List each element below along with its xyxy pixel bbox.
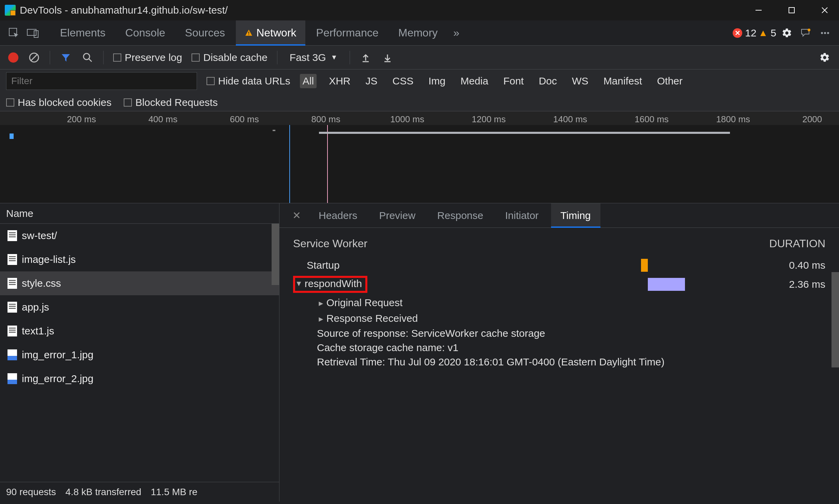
request-name: img_error_1.jpg xyxy=(22,349,93,361)
svg-rect-1 xyxy=(789,7,794,13)
filter-type-js[interactable]: JS xyxy=(363,74,380,88)
detail-tab-initiator[interactable]: Initiator xyxy=(495,203,548,227)
disable-cache-checkbox[interactable]: Disable cache xyxy=(192,52,267,63)
request-row[interactable]: style.css xyxy=(0,271,279,295)
detail-tab-timing[interactable]: Timing xyxy=(551,203,600,227)
filter-type-ws[interactable]: WS xyxy=(569,74,591,88)
inspect-element-icon[interactable] xyxy=(5,25,22,42)
request-row[interactable]: app.js xyxy=(0,295,279,319)
scrollbar[interactable] xyxy=(832,272,839,367)
scrollbar[interactable] xyxy=(272,224,279,285)
info-cache-name: Cache storage cache name: v1 xyxy=(293,341,825,355)
detail-tab-headers[interactable]: Headers xyxy=(309,203,367,227)
info-source: Source of response: ServiceWorker cache … xyxy=(293,326,825,341)
feedback-icon[interactable] xyxy=(797,25,814,42)
svg-point-15 xyxy=(83,53,90,60)
request-name: img_error_2.jpg xyxy=(22,373,93,384)
timeline-tick: 400 ms xyxy=(148,114,177,125)
timeline-tick: 200 ms xyxy=(67,114,96,125)
device-toolbar-icon[interactable] xyxy=(25,25,42,42)
tab-elements[interactable]: Elements xyxy=(51,20,114,45)
svg-rect-8 xyxy=(248,34,249,35)
filter-type-xhr[interactable]: XHR xyxy=(326,74,353,88)
tab-sources[interactable]: Sources xyxy=(176,20,234,45)
timeline-tick: 600 ms xyxy=(230,114,259,125)
svg-line-16 xyxy=(89,59,92,62)
filter-type-manifest[interactable]: Manifest xyxy=(601,74,645,88)
detail-tab-response[interactable]: Response xyxy=(428,203,493,227)
network-settings-icon[interactable] xyxy=(819,51,831,64)
hide-data-urls-checkbox[interactable]: Hide data URLs xyxy=(207,75,290,87)
throttling-dropdown[interactable]: Fast 3G▼ xyxy=(287,52,340,63)
close-button[interactable] xyxy=(810,0,839,20)
request-row[interactable]: sw-test/ xyxy=(0,224,279,248)
upload-har-icon[interactable] xyxy=(360,51,372,64)
timing-row-respondwith[interactable]: ▼ respondWith 2.36 ms xyxy=(293,274,825,295)
startup-bar xyxy=(641,259,648,272)
clear-icon[interactable] xyxy=(28,51,40,64)
expand-triangle-icon: ▼ xyxy=(295,279,303,288)
window-titlebar: DevTools - anubhamathur14.github.io/sw-t… xyxy=(0,0,839,20)
tab-performance[interactable]: Performance xyxy=(307,20,387,45)
tabs-overflow[interactable]: » xyxy=(448,20,464,45)
tab-memory[interactable]: Memory xyxy=(390,20,447,45)
warning-badge[interactable]: ▲ 5 xyxy=(759,27,776,39)
preserve-log-checkbox[interactable]: Preserve log xyxy=(113,52,182,63)
network-timeline[interactable]: 200 ms400 ms600 ms800 ms1000 ms1200 ms14… xyxy=(0,111,839,203)
record-button[interactable] xyxy=(8,52,18,63)
tab-network[interactable]: Network xyxy=(236,20,305,45)
detail-panel: ✕ Headers Preview Response Initiator Tim… xyxy=(279,203,839,502)
filter-type-css[interactable]: CSS xyxy=(390,74,416,88)
blocked-requests-checkbox[interactable]: Blocked Requests xyxy=(124,97,218,108)
timeline-tick: 800 ms xyxy=(311,114,340,125)
error-dot-icon: ✕ xyxy=(733,28,742,38)
document-file-icon xyxy=(7,254,17,265)
filter-type-font[interactable]: Font xyxy=(501,74,527,88)
timing-row-startup: Startup 0.40 ms xyxy=(293,257,825,274)
settings-icon[interactable] xyxy=(778,25,795,42)
tab-console[interactable]: Console xyxy=(116,20,174,45)
error-badge[interactable]: ✕ 12 xyxy=(733,27,756,39)
name-header[interactable]: Name xyxy=(0,203,279,224)
search-icon[interactable] xyxy=(81,51,94,64)
filter-type-all[interactable]: All xyxy=(300,74,317,88)
timeline-tick: 1200 ms xyxy=(472,114,506,125)
request-row[interactable]: text1.js xyxy=(0,319,279,343)
request-row[interactable]: img_error_1.jpg xyxy=(0,343,279,367)
warning-triangle-icon: ▲ xyxy=(759,28,768,38)
timing-sub-original-request[interactable]: ▼Original Request xyxy=(293,295,825,311)
svg-point-12 xyxy=(827,32,829,34)
collapse-triangle-icon: ▼ xyxy=(316,300,325,308)
warning-icon xyxy=(245,29,253,37)
filter-type-img[interactable]: Img xyxy=(426,74,448,88)
document-file-icon xyxy=(7,230,17,241)
filter-type-other[interactable]: Other xyxy=(654,74,685,88)
timing-sub-response-received[interactable]: ▼Response Received xyxy=(293,311,825,326)
request-name: style.css xyxy=(22,278,61,289)
document-file-icon xyxy=(7,326,17,336)
maximize-button[interactable] xyxy=(777,0,806,20)
network-toolbar: Preserve log Disable cache Fast 3G▼ xyxy=(0,46,839,69)
devtools-tabbar: Elements Console Sources Network Perform… xyxy=(0,20,839,46)
request-list-panel: Name sw-test/image-list.jsstyle.cssapp.j… xyxy=(0,203,279,502)
app-icon xyxy=(5,5,16,16)
image-file-icon xyxy=(7,373,17,384)
has-blocked-cookies-checkbox[interactable]: Has blocked cookies xyxy=(6,97,111,108)
filter-input[interactable] xyxy=(6,72,197,90)
minimize-button[interactable] xyxy=(744,0,773,20)
more-menu-icon[interactable] xyxy=(817,25,834,42)
detail-tab-preview[interactable]: Preview xyxy=(369,203,425,227)
timeline-tick: 1400 ms xyxy=(553,114,587,125)
svg-point-9 xyxy=(808,29,810,31)
close-panel-icon[interactable]: ✕ xyxy=(287,209,306,221)
svg-point-11 xyxy=(824,32,826,34)
filter-type-media[interactable]: Media xyxy=(458,74,491,88)
filter-type-doc[interactable]: Doc xyxy=(536,74,560,88)
svg-point-10 xyxy=(821,32,823,34)
request-row[interactable]: image-list.js xyxy=(0,248,279,271)
svg-rect-5 xyxy=(27,29,36,35)
filter-icon[interactable] xyxy=(60,51,72,64)
request-row[interactable]: img_error_2.jpg xyxy=(0,367,279,391)
request-name: app.js xyxy=(22,301,49,313)
download-har-icon[interactable] xyxy=(381,51,394,64)
